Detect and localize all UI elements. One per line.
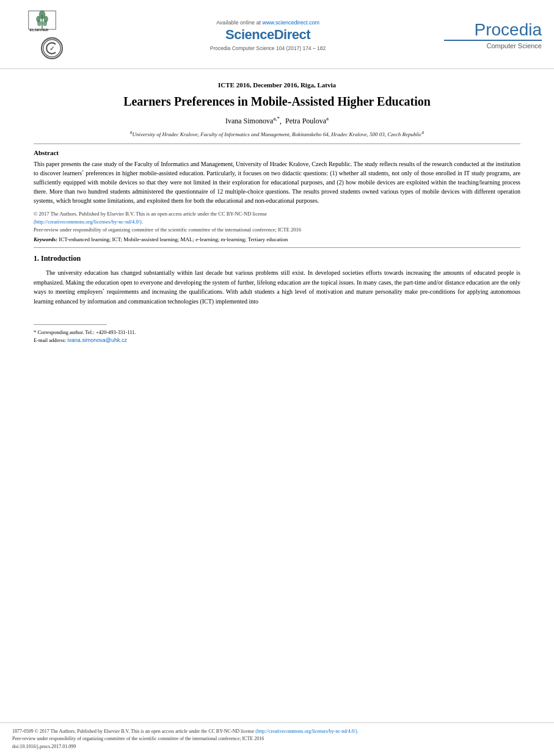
author1-corresponding: ,*: [275, 115, 280, 122]
footnote-email: E-mail address: ivana.simonova@uhk.cz: [34, 336, 520, 345]
page: ELSEVIER ✓ Available online at: [0, 0, 554, 756]
authors-line: Ivana Simonovaa,*, Petra Poulovaa: [34, 115, 520, 126]
keywords-section: Keywords: ICT-enhanced learning; ICT; Mo…: [34, 236, 520, 242]
bottom-footer: 1877-0509 © 2017 The Authors. Published …: [0, 722, 554, 756]
sciencedirect-brand: ScienceDirect: [98, 27, 438, 43]
footer-doi: doi:10.1016/j.procs.2017.01.099: [12, 743, 542, 751]
copyright-line1: © 2017 The Authors. Published by Elsevie…: [34, 210, 520, 226]
header: ELSEVIER ✓ Available online at: [0, 0, 554, 69]
header-left: ELSEVIER ✓: [12, 7, 92, 64]
abstract-section: Abstract This paper presents the case st…: [34, 149, 520, 205]
author2-name: Petra Poulova: [285, 117, 326, 125]
footnote-corresponding: * Corresponding author. Tel.: +420-493-3…: [34, 329, 520, 336]
affiliation: aUniversity of Hradec Kralove, Faculty o…: [34, 129, 520, 137]
content: ICTE 2016, December 2016, Riga, Latvia L…: [0, 69, 554, 357]
intro-paragraph: The university education has changed sub…: [34, 268, 520, 306]
keywords-text: ICT-enhanced learning; ICT; Mobile-assis…: [59, 236, 288, 242]
footnote-email-value[interactable]: ivana.simonova@uhk.cz: [67, 337, 127, 343]
elsevier-logo: ELSEVIER: [27, 7, 76, 33]
footnote-divider: [34, 324, 107, 325]
author1-name: Ivana Simonova: [225, 117, 273, 125]
crossmark-logo: ✓: [37, 33, 67, 64]
abstract-heading: Abstract: [34, 149, 520, 156]
footnote-text: * Corresponding author. Tel.: +420-493-3…: [34, 329, 520, 344]
journal-ref: Procedia Computer Science 104 (2017) 174…: [98, 45, 438, 51]
available-text: Available online at www.sciencedirect.co…: [98, 20, 438, 26]
conference-line: ICTE 2016, December 2016, Riga, Latvia: [34, 81, 520, 89]
paper-title: Learners Preferences in Mobile-Assisted …: [34, 93, 520, 109]
svg-text:ELSEVIER: ELSEVIER: [30, 27, 49, 32]
divider-2: [34, 247, 520, 248]
author2-sup: a: [326, 115, 329, 122]
copyright-section: © 2017 The Authors. Published by Elsevie…: [34, 210, 520, 233]
procedia-brand: Procedia: [444, 21, 542, 38]
footer-license-url[interactable]: (http://creativecommons.org/licenses/by-…: [255, 729, 358, 734]
keywords-label: Keywords:: [34, 236, 57, 242]
divider-1: [34, 144, 520, 144]
sciencedirect-url[interactable]: www.sciencedirect.com: [262, 20, 319, 26]
footer-peer-review: Peer-review under responsibility of orga…: [12, 735, 542, 743]
abstract-text: This paper presents the case study of th…: [34, 159, 520, 205]
procedia-sub: Computer Science: [444, 40, 542, 49]
introduction-section: 1. Introduction The university education…: [34, 254, 520, 306]
svg-point-6: [43, 21, 47, 26]
copyright-line2: Peer-review under responsibility of orga…: [34, 226, 520, 234]
section-heading-intro: 1. Introduction: [34, 254, 520, 263]
footnote-area: * Corresponding author. Tel.: +420-493-3…: [34, 324, 520, 344]
license-url-1[interactable]: (http://creativecommons.org/licenses/by-…: [34, 219, 143, 225]
header-right: Procedia Computer Science: [444, 21, 542, 49]
svg-point-5: [37, 21, 42, 26]
footnote-email-label: E-mail address:: [34, 337, 66, 343]
footer-issn: 1877-0509 © 2017 The Authors. Published …: [12, 728, 542, 736]
svg-text:✓: ✓: [49, 45, 54, 52]
header-center: Available online at www.sciencedirect.co…: [92, 20, 444, 51]
